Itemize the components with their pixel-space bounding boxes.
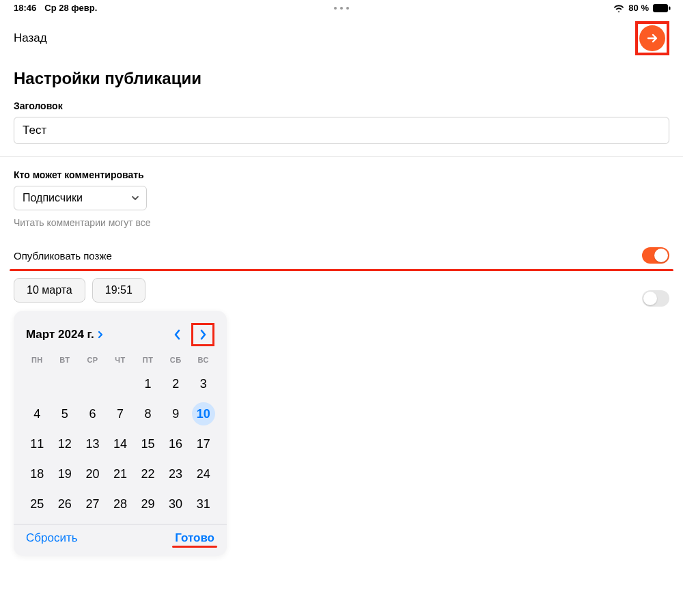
calendar-dow: СР bbox=[79, 356, 107, 364]
chevron-right-icon bbox=[97, 330, 104, 339]
calendar-prev-button[interactable] bbox=[168, 325, 187, 344]
calendar-day[interactable]: 14 bbox=[107, 434, 135, 454]
status-bar: 18:46 Ср 28 февр. 80 % bbox=[0, 0, 683, 16]
date-pill[interactable]: 10 марта bbox=[14, 278, 85, 303]
divider bbox=[0, 156, 683, 157]
calendar-day[interactable]: 13 bbox=[79, 434, 107, 454]
calendar-day[interactable]: 25 bbox=[23, 494, 51, 514]
calendar-day[interactable]: 12 bbox=[51, 434, 79, 454]
calendar-day[interactable]: 17 bbox=[189, 434, 217, 454]
calendar-done-button[interactable]: Готово bbox=[175, 531, 214, 545]
calendar-day[interactable]: 6 bbox=[79, 404, 107, 424]
calendar-popover: Март 2024 г. ПНВТСРЧТПТСБВС1234567891011… bbox=[14, 311, 227, 556]
calendar-dow: ПН bbox=[23, 356, 51, 364]
calendar-day[interactable]: 10 bbox=[189, 404, 217, 424]
calendar-day[interactable]: 24 bbox=[189, 464, 217, 484]
status-time: 18:46 bbox=[14, 3, 36, 13]
calendar-day[interactable]: 16 bbox=[162, 434, 190, 454]
calendar-next-button[interactable] bbox=[193, 325, 212, 344]
submit-highlight bbox=[635, 21, 669, 55]
calendar-title: Март 2024 г. bbox=[26, 328, 94, 341]
title-input[interactable] bbox=[14, 117, 669, 144]
calendar-empty-cell bbox=[23, 374, 51, 394]
svg-rect-1 bbox=[669, 6, 671, 10]
calendar-day[interactable]: 29 bbox=[134, 494, 162, 514]
calendar-empty-cell bbox=[107, 374, 135, 394]
handoff-indicator bbox=[334, 7, 349, 10]
nav-row: Назад bbox=[0, 16, 683, 61]
comments-selected-value: Подписчики bbox=[23, 192, 83, 204]
comments-select[interactable]: Подписчики bbox=[14, 186, 147, 210]
calendar-day[interactable]: 1 bbox=[134, 374, 162, 394]
comments-hint: Читать комментарии могут все bbox=[14, 217, 669, 228]
comments-label: Кто может комментировать bbox=[14, 169, 669, 180]
calendar-day[interactable]: 18 bbox=[23, 464, 51, 484]
comments-block: Кто может комментировать Подписчики Чита… bbox=[0, 169, 683, 240]
schedule-toggle[interactable] bbox=[642, 247, 669, 264]
calendar-day[interactable]: 28 bbox=[107, 494, 135, 514]
calendar-day[interactable]: 9 bbox=[162, 404, 190, 424]
back-button[interactable]: Назад bbox=[14, 31, 47, 45]
calendar-day[interactable]: 22 bbox=[134, 464, 162, 484]
calendar-dow: ВС bbox=[189, 356, 217, 364]
page-title: Настройки публикации bbox=[0, 61, 683, 100]
calendar-next-highlight bbox=[191, 323, 214, 346]
calendar-dow: СБ bbox=[162, 356, 190, 364]
submit-button[interactable] bbox=[639, 25, 665, 51]
chevron-right-icon bbox=[198, 328, 208, 341]
calendar-dow: ЧТ bbox=[107, 356, 135, 364]
wifi-icon bbox=[613, 4, 624, 12]
calendar-day[interactable]: 5 bbox=[51, 404, 79, 424]
calendar-day[interactable]: 11 bbox=[23, 434, 51, 454]
datetime-row: 10 марта 19:51 bbox=[0, 278, 683, 311]
schedule-label: Опубликовать позже bbox=[14, 250, 112, 262]
title-label: Заголовок bbox=[14, 100, 669, 111]
calendar-day[interactable]: 7 bbox=[107, 404, 135, 424]
calendar-day[interactable]: 2 bbox=[162, 374, 190, 394]
calendar-dow: ВТ bbox=[51, 356, 79, 364]
battery-icon bbox=[653, 4, 671, 12]
schedule-highlight-line bbox=[10, 269, 673, 271]
calendar-day[interactable]: 20 bbox=[79, 464, 107, 484]
calendar-day[interactable]: 27 bbox=[79, 494, 107, 514]
calendar-day[interactable]: 15 bbox=[134, 434, 162, 454]
schedule-row: Опубликовать позже bbox=[0, 240, 683, 269]
calendar-dow: ПТ bbox=[134, 356, 162, 364]
calendar-day[interactable]: 30 bbox=[162, 494, 190, 514]
calendar-day[interactable]: 21 bbox=[107, 464, 135, 484]
svg-rect-2 bbox=[654, 5, 667, 11]
calendar-day[interactable]: 3 bbox=[189, 374, 217, 394]
title-field-block: Заголовок bbox=[0, 100, 683, 156]
calendar-empty-cell bbox=[79, 374, 107, 394]
secondary-toggle[interactable] bbox=[642, 290, 669, 307]
chevron-left-icon bbox=[173, 328, 182, 341]
arrow-right-icon bbox=[645, 31, 659, 45]
time-pill[interactable]: 19:51 bbox=[92, 278, 145, 303]
calendar-empty-cell bbox=[51, 374, 79, 394]
status-date: Ср 28 февр. bbox=[44, 3, 97, 13]
calendar-day[interactable]: 19 bbox=[51, 464, 79, 484]
calendar-reset-button[interactable]: Сбросить bbox=[26, 531, 78, 545]
calendar-day[interactable]: 31 bbox=[189, 494, 217, 514]
calendar-done-highlight bbox=[172, 546, 217, 548]
calendar-day[interactable]: 23 bbox=[162, 464, 190, 484]
battery-percent: 80 % bbox=[628, 3, 649, 13]
calendar-month-button[interactable]: Март 2024 г. bbox=[26, 328, 104, 341]
calendar-day[interactable]: 4 bbox=[23, 404, 51, 424]
calendar-day[interactable]: 8 bbox=[134, 404, 162, 424]
calendar-day[interactable]: 26 bbox=[51, 494, 79, 514]
